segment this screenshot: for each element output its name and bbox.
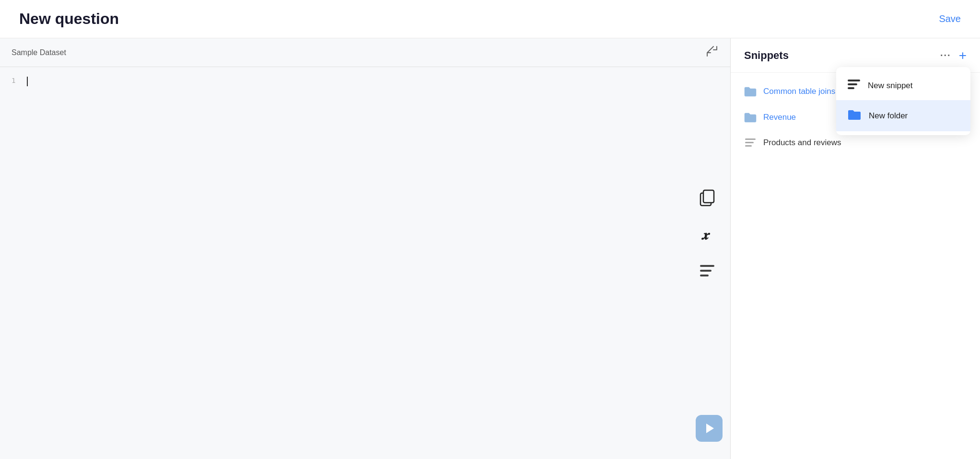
snippets-panel: Snippets ··· + Common table joins <box>731 38 980 459</box>
svg-text:𝒙: 𝒙 <box>701 228 711 242</box>
svg-rect-5 <box>700 275 709 276</box>
snippet-label: Revenue <box>763 113 796 122</box>
svg-rect-11 <box>848 87 854 89</box>
cursor-line <box>27 77 719 86</box>
dropdown-menu: New snippet New folder <box>836 67 970 135</box>
new-folder-label: New folder <box>869 111 908 121</box>
text-cursor <box>27 77 28 86</box>
more-button[interactable]: ··· <box>940 50 951 61</box>
new-folder-item[interactable]: New folder <box>836 100 970 131</box>
editor-area[interactable]: 1 𝒙 <box>0 67 730 459</box>
folder-icon <box>744 112 757 123</box>
svg-rect-4 <box>700 270 712 272</box>
snippet-lines-icon <box>744 138 757 147</box>
folder-dropdown-icon <box>848 109 861 123</box>
svg-rect-1 <box>703 190 714 203</box>
snippets-actions: ··· + <box>940 49 967 62</box>
main-layout: Sample Dataset 1 <box>0 38 980 459</box>
copy-icon[interactable] <box>696 186 719 209</box>
editor-right-icons: 𝒙 <box>696 186 719 282</box>
collapse-icon[interactable] <box>705 45 719 60</box>
new-snippet-item[interactable]: New snippet <box>836 71 970 100</box>
svg-rect-8 <box>745 145 752 147</box>
snippet-label: Products and reviews <box>763 138 841 148</box>
snippet-label: Common table joins <box>763 87 835 96</box>
editor-toolbar: Sample Dataset <box>0 38 730 67</box>
snippet-lines-dropdown-icon <box>848 80 860 92</box>
format-icon[interactable]: 𝒙 <box>696 223 719 246</box>
lines-icon[interactable] <box>696 259 719 282</box>
save-button[interactable]: Save <box>939 13 961 24</box>
svg-rect-10 <box>848 83 857 85</box>
app-header: New question Save <box>0 0 980 38</box>
run-button[interactable] <box>696 415 723 442</box>
run-button-icon <box>706 424 714 433</box>
svg-rect-7 <box>745 142 754 143</box>
editor-panel: Sample Dataset 1 <box>0 38 731 459</box>
snippets-title: Snippets <box>744 49 789 62</box>
dataset-label: Sample Dataset <box>12 48 66 57</box>
page-title: New question <box>19 10 119 28</box>
add-button[interactable]: + <box>959 49 967 62</box>
new-snippet-label: New snippet <box>868 81 913 91</box>
svg-rect-6 <box>745 138 756 140</box>
svg-rect-9 <box>848 80 860 81</box>
line-number: 1 <box>12 77 15 84</box>
svg-rect-3 <box>700 265 714 267</box>
folder-icon <box>744 86 757 97</box>
